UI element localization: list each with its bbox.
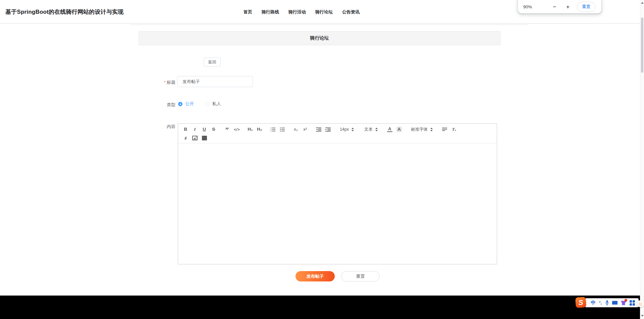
radio-option-private[interactable]: 私人 [205, 101, 221, 107]
title-field-label: *标题 [141, 79, 175, 85]
title-input[interactable] [177, 76, 253, 87]
clear-format-button[interactable]: Tₓ [451, 127, 457, 132]
link-icon[interactable] [183, 136, 188, 141]
updown-arrows-icon [351, 127, 354, 132]
ime-chinese-mode-icon[interactable]: 中 [591, 300, 596, 306]
underline-button[interactable]: U [202, 127, 207, 132]
ime-emoji-badge[interactable]: ☺ [637, 300, 644, 307]
radio-unselected-icon [205, 102, 210, 106]
video-icon[interactable] [202, 136, 207, 140]
background-color-button[interactable]: A [396, 127, 402, 132]
nav-item-routes[interactable]: 骑行路线 [262, 9, 279, 15]
ordered-list-icon[interactable] [270, 127, 276, 132]
form-reset-button[interactable]: 重置 [341, 271, 380, 281]
content-field-label: 内容 [141, 124, 175, 130]
editor-toolbar-row-2 [181, 134, 494, 142]
font-color-button[interactable]: A [387, 127, 392, 132]
strikethrough-button[interactable]: S [211, 127, 216, 132]
vertical-scrollbar[interactable] [640, 0, 644, 319]
ime-toolbar: 中 °, [585, 298, 639, 307]
nav-item-forum[interactable]: 骑行论坛 [315, 9, 333, 15]
font-size-select[interactable]: 14px [340, 127, 354, 132]
outdent-icon[interactable] [316, 127, 321, 132]
superscript-button[interactable]: x² [303, 127, 308, 132]
align-icon[interactable] [442, 127, 447, 131]
subscript-button[interactable]: x₂ [293, 127, 299, 132]
blockquote-button[interactable]: ” [224, 127, 230, 134]
emoji-face-icon: ☺ [638, 301, 643, 306]
virtual-keyboard-icon[interactable] [612, 301, 618, 305]
unordered-list-icon[interactable] [280, 127, 285, 132]
section-title: 骑行论坛 [310, 35, 329, 41]
content-top-divider [131, 24, 528, 25]
ime-toolbox-icon[interactable] [630, 300, 635, 306]
required-asterisk: * [164, 80, 166, 85]
code-button[interactable]: </> [234, 128, 239, 131]
font-family-select[interactable]: 标准字体 [411, 127, 433, 132]
nav-item-activities[interactable]: 骑行活动 [288, 9, 306, 15]
editor-toolbar: B I U S ” </> H₁ H₂ x₂ x² [178, 124, 497, 143]
zoom-reset-button[interactable]: 重置 [577, 2, 595, 12]
notification-dot [625, 299, 627, 302]
page-footer [0, 296, 644, 319]
type-radio-group: 公开 私人 [178, 100, 221, 108]
scrollbar-up-arrow[interactable] [641, 2, 644, 4]
scrollbar-down-arrow[interactable] [641, 315, 644, 317]
back-button[interactable]: 返回 [204, 58, 221, 67]
indent-icon[interactable] [325, 127, 331, 132]
radio-option-public[interactable]: 公开 [178, 101, 194, 107]
ime-punctuation-icon[interactable]: °, [599, 300, 602, 305]
nav-item-home[interactable]: 首页 [244, 9, 252, 15]
publish-post-button[interactable]: 发布帖子 [296, 271, 335, 281]
microphone-icon[interactable] [605, 300, 609, 305]
heading1-button[interactable]: H₁ [248, 127, 253, 132]
bold-button[interactable]: B [183, 127, 188, 132]
image-icon[interactable] [192, 136, 198, 140]
nav-item-announcements[interactable]: 公告资讯 [342, 9, 360, 15]
section-header: 骑行论坛 [139, 31, 500, 45]
browser-zoom-popup: 90% − + 重置 [518, 0, 601, 13]
italic-button[interactable]: I [192, 127, 198, 132]
heading2-button[interactable]: H₂ [257, 127, 262, 132]
zoom-in-button[interactable]: + [565, 4, 571, 10]
ime-skin-icon[interactable] [621, 300, 626, 305]
updown-arrows-icon [375, 127, 378, 132]
radio-selected-icon [178, 102, 182, 106]
site-brand-title: 基于SpringBoot的在线骑行网站的设计与实现 [5, 0, 124, 24]
updown-arrows-icon [430, 127, 433, 132]
sogou-ime-logo[interactable]: S [575, 297, 586, 308]
editor-content-area[interactable] [178, 143, 497, 264]
rich-text-editor: B I U S ” </> H₁ H₂ x₂ x² [178, 123, 497, 264]
scrollbar-thumb[interactable] [641, 17, 643, 73]
zoom-out-button[interactable]: − [551, 4, 557, 10]
editor-toolbar-row-1: B I U S ” </> H₁ H₂ x₂ x² [181, 125, 494, 134]
zoom-level-value: 90% [523, 4, 532, 9]
main-nav: 首页 骑行路线 骑行活动 骑行论坛 公告资讯 [244, 0, 360, 24]
paragraph-format-select[interactable]: 文本 [364, 127, 378, 132]
type-field-label: 类型 [141, 102, 175, 108]
